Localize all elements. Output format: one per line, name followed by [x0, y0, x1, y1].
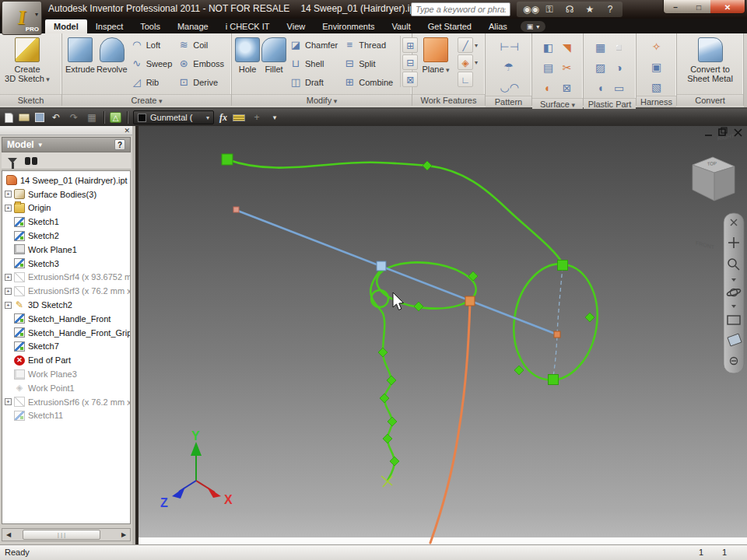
ucs-icon[interactable]: ∟: [458, 72, 473, 87]
ribbon-item-derive[interactable]: ⊡Derive: [176, 73, 228, 92]
tree-item-origin[interactable]: +Origin: [2, 201, 130, 215]
ribbon-item-loft[interactable]: ◠Loft: [129, 36, 177, 54]
extrude-button[interactable]: Extrude: [65, 36, 95, 74]
tab-i-check-it[interactable]: i CHECK IT: [217, 19, 279, 33]
harness-export-icon[interactable]: ▧: [648, 79, 665, 96]
sculpt-icon[interactable]: ▤: [540, 59, 557, 76]
ribbon-appearance-button[interactable]: ▣▾: [521, 21, 546, 32]
rectangular-pattern-icon[interactable]: ⊢⊣: [500, 38, 517, 55]
tree-item-sketch2[interactable]: Sketch2: [2, 229, 130, 243]
work-axis-icon[interactable]: ╱: [458, 37, 473, 53]
scrollbar-thumb[interactable]: |||: [23, 530, 100, 540]
panel-label-create[interactable]: Create: [62, 94, 231, 106]
circular-pattern-icon[interactable]: ☂: [500, 58, 517, 75]
browser-header[interactable]: Model ▼ ?: [2, 137, 131, 152]
browser-titlebar[interactable]: ✕: [0, 126, 132, 135]
panel-label-convert[interactable]: Convert: [677, 94, 743, 106]
panel-label-sketch[interactable]: Sketch: [0, 94, 61, 106]
tree-item-extrusionsrf3-x-76-2-mm-x[interactable]: +ExtrusionSrf3 (x 76.2 mm x: [2, 284, 130, 298]
appearance-swatch-button[interactable]: [233, 114, 245, 121]
open-file-icon[interactable]: [19, 114, 30, 121]
rule-fillet-icon[interactable]: ◖: [592, 79, 609, 96]
work-point-icon[interactable]: ◈: [458, 54, 473, 70]
search-input[interactable]: [411, 2, 510, 16]
tree-item-sketch3[interactable]: Sketch3: [2, 257, 130, 271]
3d-viewport[interactable]: Y X Z TOP FRONT RIGHT: [139, 126, 747, 544]
application-menu-button[interactable]: I ▾ PRO: [2, 1, 42, 35]
communication-center-icon[interactable]: ☊: [563, 4, 576, 15]
vertex-square[interactable]: [222, 154, 233, 165]
stitch-icon[interactable]: ◧: [540, 39, 557, 56]
point-caret-icon[interactable]: ▾: [475, 59, 478, 66]
expand-plus-icon[interactable]: +: [5, 398, 12, 405]
vertex-square[interactable]: [549, 375, 559, 385]
fillet-button[interactable]: Fillet: [261, 36, 286, 74]
scroll-right-icon[interactable]: ▶: [117, 531, 130, 538]
convert-sheet-metal-button[interactable]: Convert to Sheet Metal: [680, 36, 740, 83]
tab-get-started[interactable]: Get Started: [419, 19, 480, 33]
line-end-square[interactable]: [554, 331, 560, 338]
tree-item-sketch11[interactable]: Sketch11: [2, 409, 130, 423]
tree-item-work-plane3[interactable]: Work Plane3: [2, 367, 130, 381]
delete-face-icon[interactable]: ⊠: [559, 79, 576, 96]
material-dropdown[interactable]: Gunmetal ( ▾: [133, 110, 214, 124]
trim-icon[interactable]: ✂: [559, 59, 576, 76]
save-icon[interactable]: [35, 113, 44, 122]
ribbon-item-split[interactable]: ⊟Split: [342, 54, 397, 73]
mirror-icon[interactable]: ◡◠: [500, 79, 517, 96]
hole-button[interactable]: Hole: [235, 36, 260, 74]
undo-icon[interactable]: ↶: [50, 112, 62, 123]
harness-properties-icon[interactable]: ▣: [648, 58, 665, 75]
subscription-key-icon[interactable]: ⚿: [543, 4, 556, 15]
tree-item-work-point1[interactable]: ◈Work Point1: [2, 381, 130, 395]
panel-label-modify[interactable]: Modify: [232, 94, 412, 106]
ribbon-item-chamfer[interactable]: ◪Chamfer: [288, 36, 342, 54]
tab-environments[interactable]: Environments: [314, 19, 383, 33]
redo-icon[interactable]: ↷: [68, 112, 80, 123]
tab-model[interactable]: Model: [45, 19, 87, 33]
ribbon-item-shell[interactable]: ⊔Shell: [288, 54, 342, 73]
tree-item-extrusionsrf4-x-93-6752-mm[interactable]: +ExtrusionSrf4 (x 93.6752 mm: [2, 271, 130, 285]
ribbon-item-thread[interactable]: ≡Thread: [342, 36, 397, 54]
panel-label-surface[interactable]: Surface: [532, 98, 583, 110]
ribbon-item-emboss[interactable]: ⊛Emboss: [176, 54, 228, 73]
endpoint-small-square[interactable]: [233, 207, 239, 212]
tree-item-sketch7[interactable]: Sketch7: [2, 340, 130, 354]
scroll-left-icon[interactable]: ◀: [2, 531, 15, 538]
selected-point-square[interactable]: [377, 261, 386, 271]
ribbon-item-coil[interactable]: ≋Coil: [176, 36, 228, 54]
revolve-button[interactable]: Revolve: [96, 36, 128, 74]
tab-inspect[interactable]: Inspect: [87, 19, 132, 33]
restore-button[interactable]: □: [687, 0, 710, 14]
tab-alias[interactable]: Alias: [480, 19, 516, 33]
create-harness-icon[interactable]: ✧: [648, 38, 665, 55]
add-icon[interactable]: +: [251, 112, 263, 123]
browser-help-icon[interactable]: ?: [114, 139, 125, 150]
rail-start-square[interactable]: [465, 296, 475, 306]
help-icon[interactable]: ?: [604, 4, 616, 15]
parameters-fx-button[interactable]: fx: [219, 112, 227, 124]
expand-plus-icon[interactable]: +: [5, 191, 12, 198]
tree-item-3d-sketch2[interactable]: +✎3D Sketch2: [2, 298, 130, 312]
toolbar-options-icon[interactable]: ▾: [268, 114, 281, 121]
tree-item-surface-bodies-3[interactable]: +Surface Bodies(3): [2, 187, 130, 201]
tab-manage[interactable]: Manage: [169, 19, 217, 33]
tab-vault[interactable]: Vault: [383, 19, 419, 33]
tree-item-extrusionsrf6-x-76-2-mm-x[interactable]: +ExtrusionSrf6 (x 76.2 mm x: [2, 395, 130, 409]
browser-close-icon[interactable]: ✕: [124, 126, 130, 135]
expand-plus-icon[interactable]: +: [5, 274, 12, 281]
favorites-star-icon[interactable]: ★: [584, 4, 596, 15]
ribbon-item-rib[interactable]: ◿Rib: [129, 73, 177, 92]
vertex-square[interactable]: [558, 261, 568, 271]
find-icon[interactable]: [25, 157, 37, 165]
snap-fit-icon[interactable]: ◑: [611, 59, 628, 76]
boss-icon[interactable]: ◽: [611, 39, 628, 56]
panel-label-work-features[interactable]: Work Features: [412, 94, 485, 106]
create-3d-sketch-button[interactable]: Create 3D Sketch: [3, 36, 51, 84]
boundary-patch-icon[interactable]: ◥: [559, 39, 576, 56]
panel-label-harness[interactable]: Harness: [637, 96, 676, 107]
tab-tools[interactable]: Tools: [132, 19, 169, 33]
navigation-bar[interactable]: [724, 213, 744, 373]
close-button[interactable]: ✕: [710, 0, 745, 14]
expand-plus-icon[interactable]: +: [5, 302, 12, 309]
